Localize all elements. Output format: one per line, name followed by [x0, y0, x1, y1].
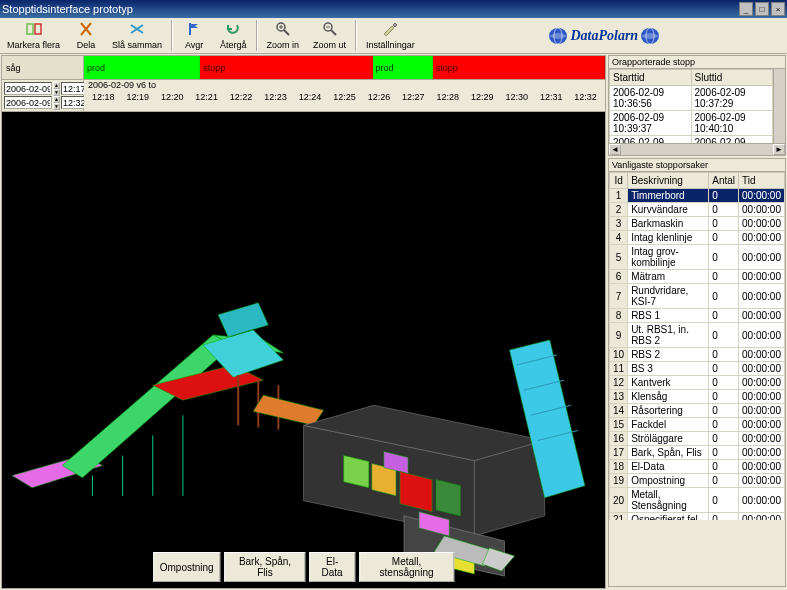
table-row[interactable]: 11BS 3000:00:00: [610, 362, 785, 376]
zoom-in-button[interactable]: Zoom in: [260, 18, 307, 53]
cell-desc: Kurvvändare: [628, 203, 709, 217]
table-row[interactable]: 10RBS 2000:00:00: [610, 348, 785, 362]
table-row[interactable]: 2006-02-09 10:42:052006-02-09 10:42:19: [610, 136, 773, 144]
horizontal-scrollbar[interactable]: ◄ ►: [609, 143, 785, 155]
ruler-tick: 12:24: [299, 92, 322, 102]
table-row[interactable]: 21Ospecifierat fel000:00:00: [610, 513, 785, 521]
bark-span-flis-button[interactable]: Bark, Spån, Flis: [225, 552, 306, 582]
cell-desc: Ospecifierat fel: [628, 513, 709, 521]
markera-flera-button[interactable]: Markera flera: [0, 18, 67, 53]
split-icon: [78, 21, 94, 39]
toolbar-label: Zoom ut: [313, 40, 346, 50]
col-id[interactable]: Id: [610, 173, 628, 189]
cell-id: 11: [610, 362, 628, 376]
cell-time: 00:00:00: [739, 376, 785, 390]
table-row[interactable]: 2006-02-09 10:36:562006-02-09 10:37:29: [610, 86, 773, 111]
zoom-ut-button[interactable]: Zoom ut: [306, 18, 353, 53]
table-row[interactable]: 3Barkmaskin000:00:00: [610, 217, 785, 231]
metall-stensagning-button[interactable]: Metall, stensågning: [359, 552, 454, 582]
cell-count: 0: [709, 488, 739, 513]
minimize-button[interactable]: _: [739, 2, 753, 16]
table-row[interactable]: 15Fackdel000:00:00: [610, 418, 785, 432]
cell-desc: Rundvridare, KSI-7: [628, 284, 709, 309]
scrollbar[interactable]: [773, 69, 785, 143]
toolbar-label: Dela: [77, 40, 96, 50]
scroll-right-icon[interactable]: ►: [773, 144, 785, 155]
date-spinner[interactable]: ▲▼: [53, 96, 60, 109]
table-row[interactable]: 8RBS 1000:00:00: [610, 309, 785, 323]
col-starttid[interactable]: Starttid: [610, 70, 692, 86]
cell-id: 19: [610, 474, 628, 488]
table-row[interactable]: 16Ströläggare000:00:00: [610, 432, 785, 446]
table-row[interactable]: 13Klensåg000:00:00: [610, 390, 785, 404]
table-row[interactable]: 4Intag klenlinje000:00:00: [610, 231, 785, 245]
table-row[interactable]: 5Intag grov-kombilinje000:00:00: [610, 245, 785, 270]
sla-samman-button[interactable]: Slå samman: [105, 18, 169, 53]
stop-causes-panel: Vanligaste stopporsaker Id Beskrivning A…: [608, 158, 786, 587]
cell-time: 00:00:00: [739, 488, 785, 513]
table-row[interactable]: 6Mätram000:00:00: [610, 270, 785, 284]
start-date-input[interactable]: [4, 82, 52, 95]
timeline-segment[interactable]: prod: [84, 56, 200, 79]
table-row[interactable]: 1Timmerbord000:00:00: [610, 189, 785, 203]
installningar-button[interactable]: Inställningar: [359, 18, 422, 53]
cell-id: 1: [610, 189, 628, 203]
close-button[interactable]: ×: [771, 2, 785, 16]
table-row[interactable]: 2006-02-09 10:39:372006-02-09 10:40:10: [610, 111, 773, 136]
ompostning-button[interactable]: Ompostning: [153, 552, 221, 582]
unreported-stops-table: Starttid Sluttid 2006-02-09 10:36:562006…: [609, 69, 773, 143]
avgr-button[interactable]: Avgr: [175, 18, 213, 53]
timeline-segment[interactable]: stopp: [433, 56, 605, 79]
cell-time: 00:00:00: [739, 217, 785, 231]
table-row[interactable]: 17Bark, Spån, Flis000:00:00: [610, 446, 785, 460]
table-row[interactable]: 14Råsortering000:00:00: [610, 404, 785, 418]
cell-desc: El-Data: [628, 460, 709, 474]
cell-id: 7: [610, 284, 628, 309]
window-titlebar: Stopptidsinterface prototyp _ □ ×: [0, 0, 787, 18]
col-antal[interactable]: Antal: [709, 173, 739, 189]
cell-start: 2006-02-09 10:42:05: [610, 136, 692, 144]
timeline-segment[interactable]: stopp: [200, 56, 372, 79]
table-row[interactable]: 7Rundvridare, KSI-7000:00:00: [610, 284, 785, 309]
timeline-bar[interactable]: prodstoppprodstopp: [84, 56, 605, 79]
cell-desc: Intag grov-kombilinje: [628, 245, 709, 270]
col-beskrivning[interactable]: Beskrivning: [628, 173, 709, 189]
table-row[interactable]: 18El-Data000:00:00: [610, 460, 785, 474]
ruler-tick: 12:29: [471, 92, 494, 102]
logo-text: DataPolarn: [570, 28, 638, 44]
cell-time: 00:00:00: [739, 446, 785, 460]
cell-count: 0: [709, 474, 739, 488]
col-tid[interactable]: Tid: [739, 173, 785, 189]
logo: DataPolarn: [546, 26, 662, 46]
cell-id: 10: [610, 348, 628, 362]
el-data-button[interactable]: El-Data: [309, 552, 355, 582]
window-title: Stopptidsinterface prototyp: [2, 3, 133, 15]
dela-button[interactable]: Dela: [67, 18, 105, 53]
unreported-stops-panel: Orapporterade stopp Starttid Sluttid 200…: [608, 55, 786, 156]
aterga-button[interactable]: Återgå: [213, 18, 254, 53]
ruler-tick: 12:18: [92, 92, 115, 102]
date-spinner[interactable]: ▲▼: [53, 82, 60, 95]
maximize-button[interactable]: □: [755, 2, 769, 16]
cell-id: 4: [610, 231, 628, 245]
cell-count: 0: [709, 432, 739, 446]
zoom-out-icon: [322, 21, 338, 39]
table-row[interactable]: 20Metall, Stensågning000:00:00: [610, 488, 785, 513]
table-row[interactable]: 9Ut. RBS1, in. RBS 2000:00:00: [610, 323, 785, 348]
plant-3d-viewer[interactable]: Ompostning Bark, Spån, Flis El-Data Meta…: [2, 112, 605, 588]
cell-count: 0: [709, 390, 739, 404]
merge-icon: [129, 21, 145, 39]
scroll-left-icon[interactable]: ◄: [609, 144, 621, 155]
svg-rect-1: [35, 24, 41, 34]
table-row[interactable]: 19Ompostning000:00:00: [610, 474, 785, 488]
table-row[interactable]: 2Kurvvändare000:00:00: [610, 203, 785, 217]
cell-count: 0: [709, 217, 739, 231]
cell-count: 0: [709, 418, 739, 432]
timeline-segment[interactable]: prod: [373, 56, 433, 79]
cell-time: 00:00:00: [739, 460, 785, 474]
svg-marker-14: [62, 335, 233, 478]
col-sluttid[interactable]: Sluttid: [691, 70, 773, 86]
table-row[interactable]: 12Kantverk000:00:00: [610, 376, 785, 390]
svg-line-3: [284, 30, 289, 35]
end-date-input[interactable]: [4, 96, 52, 109]
